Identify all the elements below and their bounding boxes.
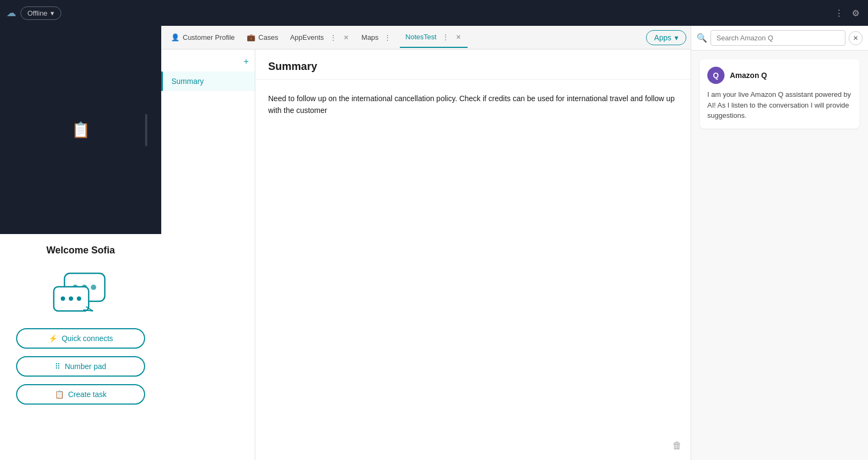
nav-item-summary[interactable]: Summary [161, 72, 255, 91]
tab-appevents[interactable]: AppEvents ⋮ ✕ [285, 28, 355, 47]
chevron-down-icon: ▾ [51, 9, 54, 17]
content-header: Summary [255, 49, 691, 80]
q-close-button[interactable]: ✕ [849, 31, 863, 45]
quick-connects-button[interactable]: ⚡ Quick connects [16, 328, 145, 349]
q-card: Q Amazon Q I am your live Amazon Q assis… [700, 59, 859, 129]
appevents-more-icon[interactable]: ⋮ [327, 31, 339, 44]
red-arrow [424, 26, 443, 29]
tab-cases-label: Cases [259, 33, 278, 41]
status-button[interactable]: Offline ▾ [20, 6, 61, 20]
close-icon: ✕ [853, 34, 858, 42]
status-label: Offline [27, 9, 47, 17]
tab-maps-label: Maps [362, 33, 379, 41]
delete-icon[interactable]: 🗑 [672, 440, 682, 451]
svg-point-6 [69, 296, 73, 301]
create-task-label: Create task [68, 390, 107, 399]
tab-customer-profile[interactable]: 👤 Customer Profile [166, 30, 240, 45]
q-search-input[interactable] [711, 30, 845, 46]
tab-notestest[interactable]: NotesTest ⋮ ✕ [400, 27, 468, 48]
q-card-header: Q Amazon Q [707, 67, 852, 84]
notestest-close-icon[interactable]: ✕ [455, 32, 462, 42]
notestest-more-icon[interactable]: ⋮ [440, 31, 451, 44]
nav-summary-label: Summary [171, 77, 204, 86]
tab-bar: 👤 Customer Profile 💼 Cases AppEvents ⋮ ✕… [161, 26, 691, 49]
tab-notestest-label: NotesTest [405, 33, 436, 41]
left-sidebar: 📋 Welcome Sofia ⚡ [0, 26, 161, 460]
amazon-q-panel: 🔍 ✕ Q Amazon Q I am your live Amazon Q a… [691, 26, 868, 460]
contact-center-icon: 📋 [71, 121, 90, 139]
tab-appevents-label: AppEvents [290, 33, 324, 41]
cases-icon: 💼 [247, 33, 255, 41]
create-task-icon: 📋 [55, 390, 64, 399]
main-layout: 📋 Welcome Sofia ⚡ [0, 26, 868, 460]
customer-profile-icon: 👤 [171, 33, 180, 41]
svg-point-3 [91, 285, 96, 290]
scroll-track [145, 114, 147, 146]
apps-label: Apps [654, 33, 671, 42]
search-icon: 🔍 [697, 33, 707, 43]
settings-icon[interactable]: ⚙ [852, 8, 859, 18]
appevents-close-icon[interactable]: ✕ [342, 33, 350, 43]
quick-connects-icon: ⚡ [48, 334, 58, 343]
q-card-description: I am your live Amazon Q assistant powere… [707, 89, 852, 121]
quick-connects-label: Quick connects [62, 334, 113, 343]
content-area: 👤 Customer Profile 💼 Cases AppEvents ⋮ ✕… [161, 26, 691, 460]
q-avatar: Q [707, 67, 724, 84]
number-pad-label: Number pad [64, 362, 106, 371]
panel-layout: ＋ Summary Summary Need to follow up on t… [161, 49, 691, 460]
top-bar: ☁ Offline ▾ ⋮ ⚙ [0, 0, 868, 26]
create-task-button[interactable]: 📋 Create task [16, 384, 145, 405]
content-body: Need to follow up on the international c… [255, 80, 691, 460]
number-pad-icon: ⠿ [55, 362, 60, 371]
q-card-name: Amazon Q [730, 71, 767, 80]
q-content: Q Amazon Q I am your live Amazon Q assis… [691, 51, 868, 137]
add-icon[interactable]: ＋ [242, 56, 250, 67]
left-nav: ＋ Summary [161, 49, 255, 460]
left-nav-header: ＋ [161, 54, 255, 72]
number-pad-button[interactable]: ⠿ Number pad [16, 356, 145, 377]
more-icon[interactable]: ⋮ [835, 8, 843, 18]
apps-chevron-icon: ▾ [675, 33, 678, 42]
content-title: Summary [268, 60, 678, 73]
main-content: Summary Need to follow up on the interna… [255, 49, 691, 460]
apps-button[interactable]: Apps ▾ [646, 30, 686, 45]
svg-point-5 [61, 296, 65, 301]
sidebar-top: 📋 [0, 26, 161, 234]
cloud-icon: ☁ [6, 7, 16, 19]
tab-cases[interactable]: 💼 Cases [241, 30, 284, 45]
welcome-title: Welcome Sofia [46, 245, 115, 256]
chat-illustration [51, 268, 110, 316]
svg-point-7 [77, 296, 81, 301]
tab-maps[interactable]: Maps ⋮ [356, 28, 399, 47]
sidebar-bottom: Welcome Sofia ⚡ Quick connects [0, 234, 161, 460]
maps-more-icon[interactable]: ⋮ [382, 31, 393, 44]
content-body-text: Need to follow up on the international c… [268, 93, 678, 117]
q-search-bar: 🔍 ✕ [691, 26, 868, 51]
tab-customer-profile-label: Customer Profile [183, 33, 235, 41]
